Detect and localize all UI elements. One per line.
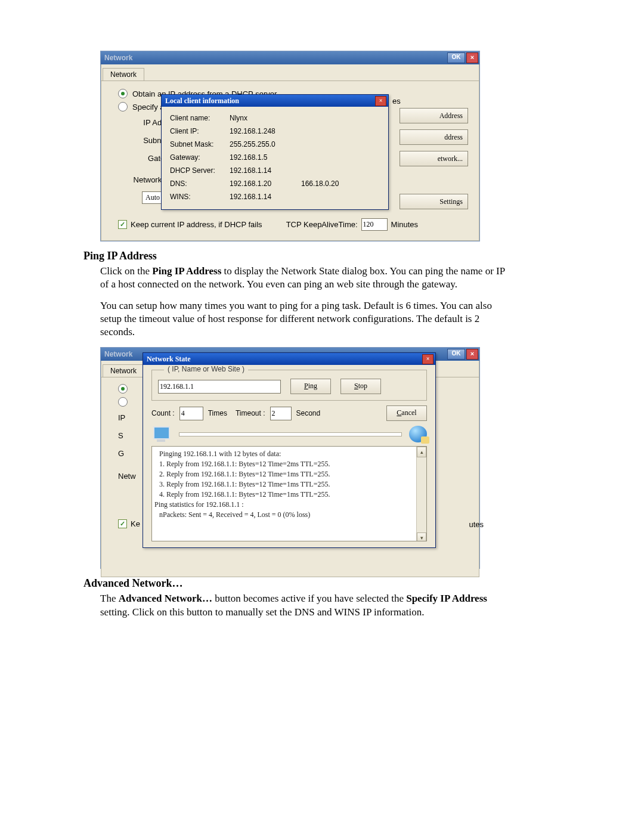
network-state-dialog: Network State × ( IP, Name or Web Site )… (143, 352, 436, 548)
tabstrip: Network (101, 64, 479, 81)
info-key: DNS: (170, 179, 230, 188)
info-key: Gateway: (170, 153, 230, 162)
info-value-2: 166.18.0.20 (301, 179, 361, 188)
window-title: Network (104, 54, 132, 62)
close-icon[interactable]: × (375, 96, 386, 106)
tab-network[interactable]: Network (103, 68, 144, 80)
count-label: Count : (151, 409, 175, 417)
titlebar-ok-button[interactable]: OK (447, 349, 465, 360)
info-key: WINS: (170, 193, 230, 201)
label-s: S (118, 431, 142, 440)
side-button-1[interactable]: xAddress (400, 108, 468, 123)
para-ping-2: You can setup how many times you want to… (100, 299, 506, 339)
network-window-titlebar: Network OK × (101, 51, 479, 64)
keepalive-label: TCP KeepAliveTime: (286, 220, 358, 229)
titlebar-close-button[interactable]: × (466, 52, 478, 63)
keep-ip-label: Keep current IP address, if DHCP fails (131, 220, 262, 229)
scrollbar[interactable]: ▴ ▾ (416, 447, 426, 541)
timeout-input[interactable] (270, 407, 292, 420)
keep-ip-checkbox[interactable]: ✓ (118, 220, 127, 229)
output-line: 3. Reply from 192.168.1.1: Bytes=12 Time… (159, 479, 424, 490)
side-button-3[interactable]: xetwork... (400, 151, 468, 166)
second-label: Second (296, 409, 321, 417)
keepalive-unit: Minutes (391, 220, 419, 229)
window-title: Network (104, 350, 132, 358)
timeout-label: Timeout : (236, 409, 265, 417)
host-input[interactable] (158, 380, 281, 394)
times-label: Times (208, 409, 227, 417)
monitor-icon (151, 425, 172, 443)
label-utes: utes (469, 520, 484, 529)
close-icon[interactable]: × (422, 354, 434, 364)
count-input[interactable] (179, 407, 203, 420)
screenshot-network-state: Network OK × Network IP S G Netw ✓ Ke (100, 347, 480, 569)
progress-bar (179, 432, 402, 436)
side-button-2[interactable]: xddress (400, 129, 468, 145)
para-ping-1: Click on the Ping IP Address to display … (100, 265, 506, 291)
label-ip: IP (118, 413, 142, 422)
globe-icon (409, 426, 427, 442)
label-ke: Ke (131, 519, 140, 528)
stop-button[interactable]: Stop (340, 379, 381, 394)
dialog-title: Local client information (165, 95, 239, 107)
scroll-down-icon[interactable]: ▾ (417, 532, 426, 541)
dialog-title: Network State (147, 353, 191, 365)
screenshot-network-localinfo: Network OK × Network Obtain an IP addres… (100, 51, 480, 241)
local-client-info-dialog: Local client information × Client name:N… (161, 94, 389, 210)
info-key: Subnet Mask: (170, 140, 230, 148)
heading-advanced: Advanced Network… (83, 577, 566, 590)
output-line: Pinging 192.168.1.1 with 12 bytes of dat… (159, 449, 424, 459)
heading-ping: Ping IP Address (83, 250, 566, 262)
para-advanced: The Advanced Network… button becomes act… (100, 592, 506, 618)
radio-specify-label: Specify a (132, 103, 164, 112)
info-key: DHCP Server: (170, 166, 230, 175)
label-g: G (118, 449, 142, 458)
output-line: Ping statistics for 192.168.1.1 : (154, 500, 424, 510)
info-value: 192.168.1.14 (230, 193, 301, 201)
output-line: 2. Reply from 192.168.1.1: Bytes=12 Time… (159, 469, 424, 479)
titlebar-close-button[interactable]: × (466, 349, 478, 360)
tab-network[interactable]: Network (103, 364, 144, 377)
keep-ip-checkbox[interactable]: ✓ (118, 519, 127, 528)
ping-button[interactable]: Ping (290, 379, 331, 394)
info-value: Nlynx (230, 114, 301, 122)
side-button-4[interactable]: xSettings (400, 194, 468, 209)
info-value: 192.168.1.14 (230, 166, 301, 175)
info-value: 255.255.255.0 (230, 140, 301, 148)
info-value: 192.168.1.20 (230, 179, 301, 188)
ping-output: Pinging 192.168.1.1 with 12 bytes of dat… (151, 446, 427, 541)
cancel-button[interactable]: Cancel (386, 405, 427, 421)
info-value: 192.168.1.248 (230, 127, 301, 135)
fieldset-legend: ( IP, Name or Web Site ) (164, 365, 248, 373)
output-line: 1. Reply from 192.168.1.1: Bytes=12 Time… (159, 459, 424, 469)
scroll-up-icon[interactable]: ▴ (417, 447, 426, 457)
output-line: 4. Reply from 192.168.1.1: Bytes=12 Time… (159, 490, 424, 500)
radio-specify-tail: es (392, 97, 401, 106)
info-value: 192.168.1.5 (230, 153, 301, 162)
keepalive-input[interactable] (361, 218, 388, 231)
info-key: Client name: (170, 114, 230, 122)
info-key: Client IP: (170, 127, 230, 135)
titlebar-ok-button[interactable]: OK (447, 52, 465, 63)
output-line: nPackets: Sent = 4, Received = 4, Lost =… (159, 510, 424, 520)
